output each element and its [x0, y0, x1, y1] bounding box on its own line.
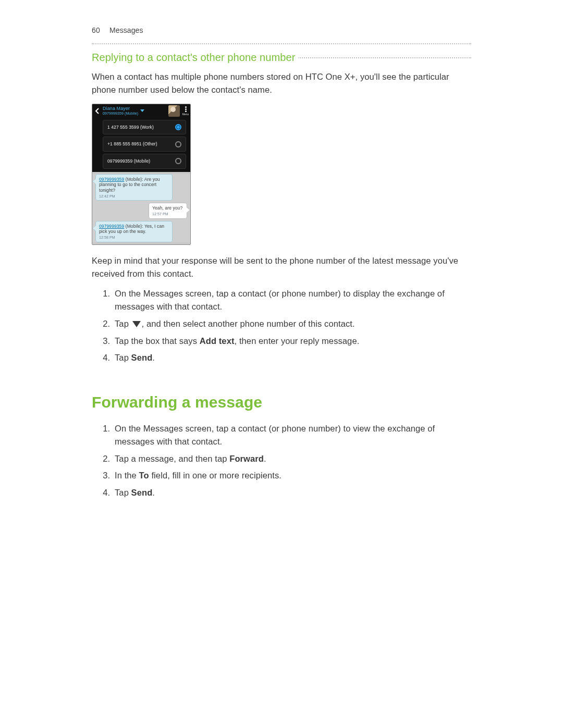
avatar[interactable] — [168, 105, 180, 117]
step-suffix: . — [152, 488, 155, 497]
step-prefix: Tap — [115, 353, 131, 362]
chapter-name: Messages — [109, 26, 143, 34]
forward-steps: On the Messages screen, tap a contact (o… — [92, 422, 471, 499]
option-label: +1 885 555 8951 (Other) — [107, 141, 157, 147]
menu-label: Menu — [182, 113, 189, 116]
step: Tap Send. — [113, 351, 471, 364]
reply-steps: On the Messages screen, tap a contact (o… — [92, 287, 471, 364]
number-dropdown: 1 427 555 3599 (Work) +1 885 555 8951 (O… — [92, 118, 190, 172]
step-prefix: Tap a message, and then tap — [115, 454, 229, 463]
radio-icon — [175, 124, 181, 130]
option-label: 0979999359 (Mobile) — [107, 158, 150, 165]
step-text: On the Messages screen, tap a contact (o… — [115, 289, 445, 311]
step-text: On the Messages screen, tap a contact (o… — [115, 424, 435, 446]
message-out[interactable]: Yeah, are you? 12:57 PM — [149, 203, 187, 218]
step-bold: To — [139, 471, 149, 480]
step-suffix: . — [152, 353, 155, 362]
step-suffix: , and then select another phone number o… — [142, 319, 355, 328]
message-in[interactable]: 0979999359 (Mobile): Are you planning to… — [95, 174, 173, 201]
page-number: 60 — [92, 25, 107, 36]
down-triangle-icon — [132, 321, 141, 327]
step-bold: Forward — [229, 454, 264, 463]
step: Tap , and then select another phone numb… — [113, 317, 471, 330]
step: In the To field, fill in one or more rec… — [113, 469, 471, 482]
msg-time: 12:42 PM — [99, 194, 169, 199]
contact-number: 0979999359 (Mobile) — [103, 112, 138, 115]
step: Tap a message, and then tap Forward. — [113, 452, 471, 465]
step-prefix: In the — [115, 471, 139, 480]
msg-text: Yeah, are you? — [152, 205, 182, 211]
step: On the Messages screen, tap a contact (o… — [113, 287, 471, 313]
msg-time: 12:57 PM — [152, 212, 183, 217]
menu-icon[interactable]: Menu — [181, 106, 190, 116]
note-paragraph: Keep in mind that your response will be … — [92, 254, 471, 280]
number-option[interactable]: 1 427 555 3599 (Work) — [103, 120, 186, 135]
step-prefix: Tap — [115, 488, 131, 497]
msg-time: 12:58 PM — [99, 236, 169, 240]
running-header: 60 Messages — [92, 25, 471, 36]
message-in[interactable]: 0979999359 (Mobile): Yes, I can pick you… — [95, 221, 173, 242]
message-thread: 0979999359 (Mobile): Are you planning to… — [92, 174, 190, 242]
step-suffix: , then enter your reply message. — [235, 336, 360, 346]
contact-name: Diana Mayer — [103, 106, 138, 111]
step-bold: Send — [131, 488, 153, 497]
phone-screenshot: Diana Mayer 0979999359 (Mobile) Menu 1 4… — [92, 104, 191, 245]
step: On the Messages screen, tap a contact (o… — [113, 422, 471, 448]
phone-header: Diana Mayer 0979999359 (Mobile) Menu — [92, 104, 190, 118]
intro-paragraph: When a contact has multiple phone number… — [92, 70, 471, 96]
step-prefix: Tap — [115, 319, 131, 328]
number-option[interactable]: +1 885 555 8951 (Other) — [103, 137, 186, 152]
radio-icon — [175, 158, 181, 164]
number-option[interactable]: 0979999359 (Mobile) — [103, 154, 186, 169]
step-bold: Send — [131, 353, 153, 362]
chevron-down-icon — [140, 109, 144, 112]
phone-title[interactable]: Diana Mayer 0979999359 (Mobile) — [102, 106, 168, 115]
back-icon[interactable] — [92, 108, 102, 114]
step: Tap the box that says Add text, then ent… — [113, 335, 471, 348]
sub-heading: Replying to a contact's other phone numb… — [92, 50, 298, 65]
option-label: 1 427 555 3599 (Work) — [107, 124, 154, 131]
step: Tap Send. — [113, 486, 471, 499]
msg-number-suffix: (Mobile): — [124, 177, 144, 182]
section-heading: Forwarding a message — [92, 390, 471, 414]
step-suffix: field, fill in one or more recipients. — [149, 471, 282, 480]
step-bold: Add text — [200, 336, 235, 346]
radio-icon — [175, 141, 181, 147]
divider — [92, 43, 471, 44]
msg-number: 0979999359 — [99, 224, 124, 229]
msg-number: 0979999359 — [99, 177, 124, 182]
step-suffix: . — [264, 454, 266, 463]
step-prefix: Tap the box that says — [115, 336, 200, 346]
sub-heading-row: Replying to a contact's other phone numb… — [92, 50, 471, 65]
msg-number-suffix: (Mobile): — [124, 224, 144, 229]
